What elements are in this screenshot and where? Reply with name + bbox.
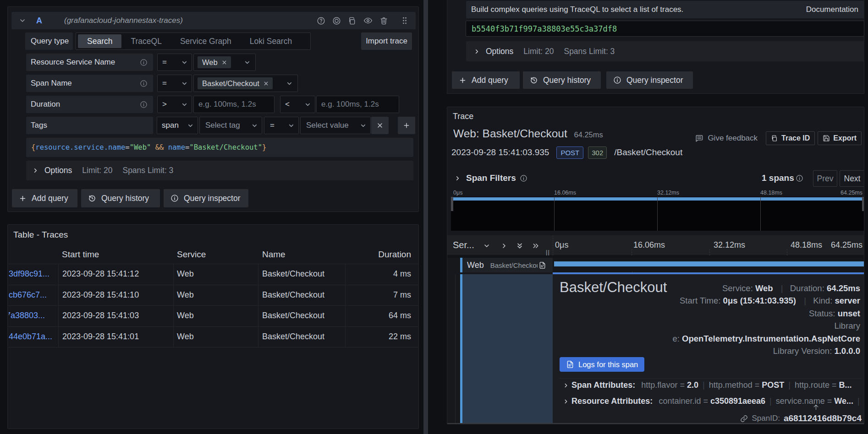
options-collapse[interactable]: Options Limit: 20 Spans Limit: 3 xyxy=(466,41,864,61)
query-row-header[interactable]: A (grafanacloud-johannestax-traces) xyxy=(11,12,416,29)
duration-max-input[interactable]: e.g. 100ms, 1.2s xyxy=(316,96,399,113)
traceql-query-input[interactable]: b5540f3b71f997a38803e55c3a37df8 xyxy=(466,21,864,37)
table-row[interactable]: 44e0b71a... 2023-09-28 15:41:01 Web Bask… xyxy=(8,326,418,347)
double-chevron-right-icon[interactable] xyxy=(532,242,539,250)
add-tag-button[interactable] xyxy=(398,117,415,134)
remove-chip-icon[interactable] xyxy=(263,81,269,87)
query-history-button[interactable]: Query history xyxy=(523,71,601,89)
chevron-right-icon[interactable] xyxy=(454,175,461,182)
trace-timestamp: 2023-09-28 15:41:03.935 xyxy=(451,147,549,157)
span-name-chip[interactable]: Basket/Checkout xyxy=(198,77,273,89)
record-icon[interactable] xyxy=(332,16,341,25)
tag-scope-select[interactable]: span xyxy=(157,117,198,134)
info-icon[interactable] xyxy=(796,174,803,182)
span-name-cell[interactable]: Web Basket/Checkout xyxy=(462,258,553,272)
trace-id-link[interactable]: 3df98c91... xyxy=(9,269,57,279)
info-icon[interactable] xyxy=(140,101,148,108)
add-query-button[interactable]: Add query xyxy=(452,71,520,89)
duration-min-operator-select[interactable]: > xyxy=(157,96,192,113)
span-name-operator-select[interactable]: = xyxy=(157,75,192,92)
duplicate-query-icon[interactable] xyxy=(348,16,357,25)
span-overview: Service: Web | Duration: 64.25ms Start T… xyxy=(673,282,861,357)
options-spans-limit: Spans Limit: 3 xyxy=(564,47,615,56)
col-header-service[interactable]: Service xyxy=(177,250,206,260)
traceql-preview: {resource.service.name="Web" && name="Ba… xyxy=(26,138,413,157)
remove-chip-icon[interactable] xyxy=(221,60,227,65)
col-header-name[interactable]: Name xyxy=(262,250,286,260)
service-column-header[interactable]: Ser... xyxy=(453,240,474,250)
span-operation-name: Basket/Checkout xyxy=(490,261,538,269)
collapse-query-icon[interactable] xyxy=(19,17,26,24)
info-icon[interactable] xyxy=(140,59,148,66)
link-icon[interactable] xyxy=(740,415,748,423)
prev-span-button[interactable]: Prev xyxy=(813,170,837,187)
info-icon[interactable] xyxy=(520,174,527,182)
query-history-button[interactable]: Query history xyxy=(81,189,160,207)
span-row[interactable]: Web Basket/Checkout xyxy=(447,258,864,272)
query-type-search[interactable]: Search xyxy=(78,34,121,48)
query-inspector-button[interactable]: Query inspector xyxy=(164,189,248,207)
toggle-visibility-icon[interactable] xyxy=(363,16,373,25)
query-editor-panel: A (grafanacloud-johannestax-traces) Quer… xyxy=(7,6,419,212)
preview-token: && xyxy=(155,143,164,152)
query-type-loki-search[interactable]: Loki Search xyxy=(241,33,301,49)
query-inspector-button[interactable]: Query inspector xyxy=(606,71,693,89)
divider: | xyxy=(788,380,791,390)
next-span-button[interactable]: Next xyxy=(840,170,864,187)
query-type-traceql[interactable]: TraceQL xyxy=(121,33,170,49)
trace-id-link[interactable]: 7a38803... xyxy=(9,311,57,320)
documentation-link[interactable]: Documentation xyxy=(806,5,858,14)
scroll-to-top-icon[interactable] xyxy=(813,404,819,411)
duration-max-operator-select[interactable]: < xyxy=(280,96,315,113)
table-row[interactable]: 7a38803... 2023-09-28 15:41:03 Web Baske… xyxy=(8,305,418,326)
add-query-button[interactable]: Add query xyxy=(12,189,77,207)
col-header-duration[interactable]: Duration xyxy=(378,250,411,260)
export-button[interactable]: Export xyxy=(818,131,862,145)
trace-subheader: 2023-09-28 15:41:03.935 POST 302 /Basket… xyxy=(451,146,682,159)
column-resizer-handle[interactable]: || xyxy=(546,249,550,255)
pane-resizer[interactable] xyxy=(423,0,428,434)
span-name-value-select[interactable]: Basket/Checkout xyxy=(193,75,298,92)
logs-for-span-button[interactable]: Logs for this span xyxy=(560,357,644,372)
button-label: Logs for this span xyxy=(578,360,638,369)
trace-id-button[interactable]: Trace ID xyxy=(766,131,815,145)
double-chevron-down-icon[interactable] xyxy=(516,242,523,250)
label: Query type xyxy=(31,37,69,46)
duration-min-input[interactable]: e.g. 100ms, 1.2s xyxy=(193,96,275,113)
viewport-drag-handle-left[interactable] xyxy=(451,197,453,211)
service-name-chip[interactable]: Web xyxy=(198,56,231,68)
chevron-down-icon[interactable] xyxy=(483,242,490,250)
tag-value-select[interactable]: Select value xyxy=(300,117,371,134)
minimap-canvas[interactable] xyxy=(451,197,864,231)
import-trace-button[interactable]: Import trace xyxy=(361,33,412,50)
chevron-down-icon xyxy=(286,80,293,87)
trace-id-link[interactable]: cb676c7... xyxy=(9,290,57,300)
query-ref-id[interactable]: A xyxy=(36,16,42,26)
chevron-down-icon xyxy=(181,59,188,66)
span-timeline-cell[interactable] xyxy=(553,258,864,272)
service-name-value-select[interactable]: Web xyxy=(193,54,256,71)
service-name-operator-select[interactable]: = xyxy=(157,54,192,71)
chevron-right-icon xyxy=(563,382,569,389)
viewport-drag-handle-right[interactable] xyxy=(862,197,864,211)
chevron-right-icon[interactable] xyxy=(500,242,508,250)
table-row[interactable]: 3df98c91... 2023-09-28 15:41:12 Web Bask… xyxy=(8,264,418,285)
query-type-service-graph[interactable]: Service Graph xyxy=(171,33,241,49)
drag-handle-icon[interactable] xyxy=(400,16,409,25)
tag-operator-select[interactable]: = xyxy=(264,117,299,134)
overview-label: Library Version: xyxy=(773,346,832,356)
delete-query-icon[interactable] xyxy=(379,16,388,25)
info-icon[interactable] xyxy=(140,80,148,87)
col-header-start-time[interactable]: Start time xyxy=(62,250,99,260)
tag-name-select[interactable]: Select tag xyxy=(199,117,262,134)
help-icon[interactable] xyxy=(317,16,325,25)
trace-id-link[interactable]: 44e0b71a... xyxy=(9,332,57,342)
span-logs-icon[interactable] xyxy=(538,261,546,269)
span-attributes-row[interactable]: Span Attributes: http.flavor = 2.0 | htt… xyxy=(563,380,863,390)
remove-tag-button[interactable] xyxy=(371,117,389,134)
span-duration-bar[interactable] xyxy=(554,261,864,266)
options-collapse[interactable]: Options Limit: 20 Spans Limit: 3 xyxy=(26,161,413,180)
table-row[interactable]: cb676c7... 2023-09-28 15:41:10 Web Baske… xyxy=(8,285,418,306)
give-feedback-link[interactable]: Give feedback xyxy=(695,134,758,143)
span-filters-label[interactable]: Span Filters xyxy=(466,173,516,183)
